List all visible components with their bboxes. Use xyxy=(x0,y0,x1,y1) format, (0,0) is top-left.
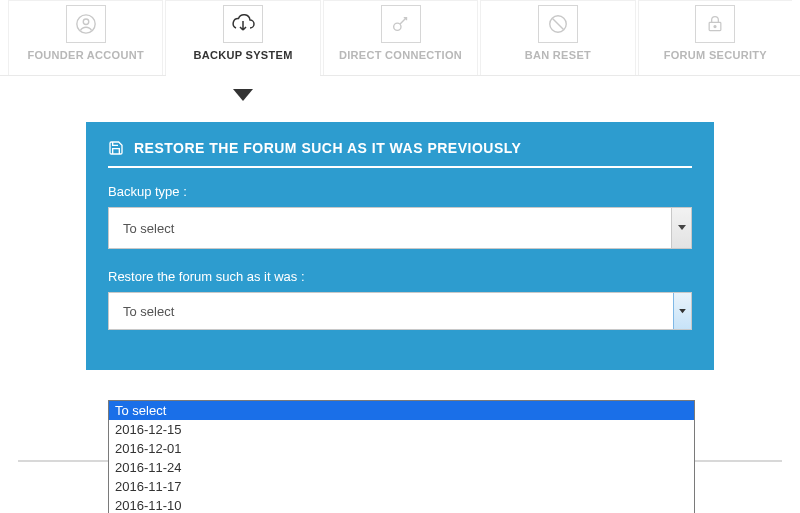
lock-icon xyxy=(695,5,735,43)
dropdown-option[interactable]: 2016-11-17 xyxy=(109,477,694,496)
panel-header: RESTORE THE FORUM SUCH AS IT WAS PREVIOU… xyxy=(108,140,692,168)
chevron-down-icon xyxy=(671,208,691,248)
dropdown-option[interactable]: 2016-12-15 xyxy=(109,420,694,439)
dropdown-option[interactable]: 2016-11-10 xyxy=(109,496,694,513)
restore-date-label: Restore the forum such as it was : xyxy=(108,269,692,284)
key-icon xyxy=(381,5,421,43)
panel-title: RESTORE THE FORUM SUCH AS IT WAS PREVIOU… xyxy=(134,140,521,156)
svg-line-4 xyxy=(552,19,563,30)
tab-label: BACKUP SYSTEM xyxy=(170,49,315,61)
restore-panel: RESTORE THE FORUM SUCH AS IT WAS PREVIOU… xyxy=(86,122,714,370)
tab-founder-account[interactable]: FOUNDER ACCOUNT xyxy=(8,0,163,75)
tab-ban-reset[interactable]: BAN RESET xyxy=(480,0,635,75)
tab-label: FOUNDER ACCOUNT xyxy=(13,49,158,61)
svg-point-6 xyxy=(714,26,716,28)
dropdown-option[interactable]: 2016-12-01 xyxy=(109,439,694,458)
cloud-download-icon xyxy=(223,5,263,43)
dropdown-option[interactable]: 2016-11-24 xyxy=(109,458,694,477)
restore-date-dropdown[interactable]: To select 2016-12-15 2016-12-01 2016-11-… xyxy=(108,400,695,513)
tab-direct-connection[interactable]: DIRECT CONNECTION xyxy=(323,0,478,75)
panel-wrap: RESTORE THE FORUM SUCH AS IT WAS PREVIOU… xyxy=(0,76,800,370)
tab-label: BAN RESET xyxy=(485,49,630,61)
svg-point-1 xyxy=(83,19,89,24)
svg-point-2 xyxy=(393,23,400,30)
tab-label: DIRECT CONNECTION xyxy=(328,49,473,61)
tabs-bar: FOUNDER ACCOUNT BACKUP SYSTEM DIRECT CON… xyxy=(0,0,800,76)
ban-icon xyxy=(538,5,578,43)
restore-date-select[interactable]: To select xyxy=(108,292,692,330)
tab-forum-security[interactable]: FORUM SECURITY xyxy=(638,0,792,75)
user-circle-icon xyxy=(66,5,106,43)
save-icon xyxy=(108,140,124,156)
tab-label: FORUM SECURITY xyxy=(643,49,788,61)
backup-type-value: To select xyxy=(123,221,174,236)
dropdown-option[interactable]: To select xyxy=(109,401,694,420)
chevron-down-icon xyxy=(673,293,691,329)
backup-type-label: Backup type : xyxy=(108,184,692,199)
restore-date-value: To select xyxy=(123,304,174,319)
tab-backup-system[interactable]: BACKUP SYSTEM xyxy=(165,0,320,75)
backup-type-select[interactable]: To select xyxy=(108,207,692,249)
